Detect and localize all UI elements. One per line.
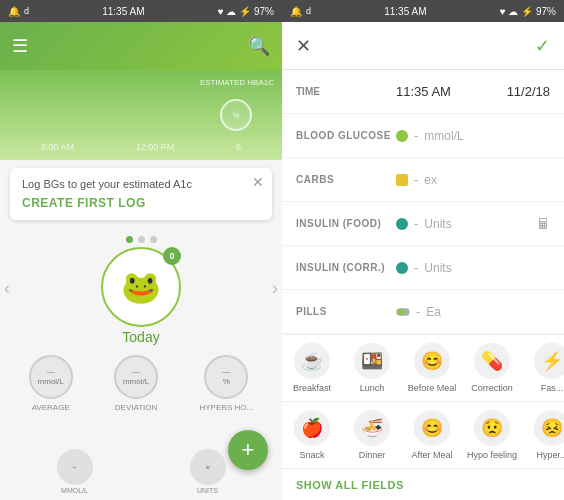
prev-arrow[interactable]: ‹ (4, 278, 10, 299)
stat-average: —mmol/L AVERAGE (29, 355, 73, 412)
before-meal-icon: 😊 (414, 343, 450, 379)
hypers-label: HYPERS HO... (199, 403, 253, 412)
calculator-icon[interactable]: 🖩 (536, 216, 550, 232)
left-time: 11:35 AM (102, 6, 144, 17)
qa-hypo[interactable]: 😟 Hypo feeling (462, 402, 522, 468)
breakfast-label: Breakfast (293, 383, 331, 393)
dinner-icon: 🍜 (354, 410, 390, 446)
signal-icon: ♥ ☁ ⚡ 97% (218, 6, 274, 17)
estimated-label: ESTIMATED HBA1C (200, 78, 274, 87)
insulin-corr-value: - Units (396, 260, 550, 275)
average-circle: —mmol/L (29, 355, 73, 399)
dots-indicator (0, 236, 282, 243)
bear-icon: 🐸 (121, 271, 161, 303)
dot-3 (150, 236, 157, 243)
correction-icon: 💊 (474, 343, 510, 379)
qa-fas[interactable]: ⚡ Fas... (522, 335, 564, 401)
bottom-mmol-circle: ÷ (57, 449, 93, 485)
right-status-left: 🔔 d (290, 6, 311, 17)
right-panel: 🔔 d 11:35 AM ♥ ☁ ⚡ 97% ✕ ✓ TIME 11:35 AM… (282, 0, 564, 500)
bear-avatar: 0 🐸 (101, 247, 181, 327)
notification-close-btn[interactable]: ✕ (252, 174, 264, 190)
qa-breakfast[interactable]: ☕ Breakfast (282, 335, 342, 401)
bottom-units-label: Units (197, 487, 218, 494)
bottom-mmol: ÷ mmol/L (57, 449, 93, 494)
create-first-log-btn[interactable]: CREATE FIRST LOG (22, 196, 260, 210)
hypo-label: Hypo feeling (467, 450, 517, 460)
carbs-label: CARBS (296, 174, 396, 185)
hyper-icon: 😣 (534, 410, 564, 446)
insulin-food-dot (396, 218, 408, 230)
next-arrow[interactable]: › (272, 278, 278, 299)
date-field-value[interactable]: 11/2/18 (507, 84, 550, 99)
breakfast-icon: ☕ (294, 343, 330, 379)
form-content: TIME 11:35 AM 11/2/18 BLOOD GLUCOSE - mm… (282, 70, 564, 500)
after-meal-icon: 😊 (414, 410, 450, 446)
lunch-icon: 🍱 (354, 343, 390, 379)
stat-deviation: —mmol/L DEVIATION (114, 355, 158, 412)
show-all-fields-btn[interactable]: SHOW ALL FIELDS (282, 469, 564, 500)
right-notif-icon: 🔔 (290, 6, 302, 17)
blood-glucose-dot (396, 130, 408, 142)
pills-row[interactable]: PILLS - Ea (282, 290, 564, 334)
deviation-value: —mmol/L (123, 367, 149, 386)
bottom-mmol-label: mmol/L (61, 487, 88, 494)
insulin-food-unit: Units (424, 217, 451, 231)
after-meal-label: After Meal (412, 450, 453, 460)
carbs-unit: ex (424, 173, 437, 187)
hamburger-icon[interactable]: ☰ (12, 35, 28, 57)
right-misc-icon: d (306, 6, 311, 16)
pills-dash: - (416, 304, 420, 319)
quick-actions-row1: ☕ Breakfast 🍱 Lunch 😊 Before Meal 💊 Corr… (282, 334, 564, 402)
time-label-3: 6 (236, 142, 241, 152)
stats-row: —mmol/L AVERAGE —mmol/L DEVIATION —% HYP… (0, 349, 282, 412)
dinner-label: Dinner (359, 450, 386, 460)
hyper-label: Hyper... (536, 450, 564, 460)
chart-time-labels: 6:00 AM 12:00 PM 6 (0, 142, 282, 152)
carbs-dot (396, 174, 408, 186)
insulin-food-row[interactable]: INSULIN (FOOD) - Units 🖩 (282, 202, 564, 246)
blood-glucose-row[interactable]: BLOOD GLUCOSE - mmol/L (282, 114, 564, 158)
qa-after-meal[interactable]: 😊 After Meal (402, 402, 462, 468)
right-status-right: ♥ ☁ ⚡ 97% (500, 6, 556, 17)
deviation-label: DEVIATION (115, 403, 158, 412)
left-panel: 🔔 d 11:35 AM ♥ ☁ ⚡ 97% ☰ 🔍 ESTIMATED HBA… (0, 0, 282, 500)
average-value: —mmol/L (38, 367, 64, 386)
bear-badge: 0 (163, 247, 181, 265)
snack-label: Snack (299, 450, 324, 460)
time-field-label: TIME (296, 86, 396, 97)
qa-before-meal[interactable]: 😊 Before Meal (402, 335, 462, 401)
pills-unit: Ea (426, 305, 441, 319)
right-signal-icon: ♥ ☁ ⚡ 97% (500, 6, 556, 17)
insulin-food-value: - Units 🖩 (396, 216, 550, 232)
insulin-corr-row[interactable]: INSULIN (CORR.) - Units (282, 246, 564, 290)
qa-lunch[interactable]: 🍱 Lunch (342, 335, 402, 401)
carbs-row[interactable]: CARBS - ex (282, 158, 564, 202)
hypers-circle: —% (204, 355, 248, 399)
blood-glucose-dash: - (414, 128, 418, 143)
bottom-units-circle: ≡ (190, 449, 226, 485)
bottom-units: ≡ Units (190, 449, 226, 494)
pill-icon (396, 308, 410, 316)
misc-icon: d (24, 6, 29, 16)
notification-icon: 🔔 (8, 6, 20, 17)
time-label-2: 12:00 PM (136, 142, 175, 152)
left-top-nav: ☰ 🔍 (0, 22, 282, 70)
qa-hyper[interactable]: 😣 Hyper... (522, 402, 564, 468)
hypers-value: —% (222, 367, 230, 386)
hba1c-badge: % (220, 99, 252, 131)
search-icon[interactable]: 🔍 (248, 35, 270, 57)
blood-glucose-unit: mmol/L (424, 129, 463, 143)
qa-correction[interactable]: 💊 Correction (462, 335, 522, 401)
time-field-value[interactable]: 11:35 AM (396, 84, 451, 99)
qa-dinner[interactable]: 🍜 Dinner (342, 402, 402, 468)
qa-snack[interactable]: 🍎 Snack (282, 402, 342, 468)
close-icon[interactable]: ✕ (296, 35, 311, 57)
confirm-icon[interactable]: ✓ (535, 35, 550, 57)
time-row[interactable]: TIME 11:35 AM 11/2/18 (282, 70, 564, 114)
right-status-bar: 🔔 d 11:35 AM ♥ ☁ ⚡ 97% (282, 0, 564, 22)
status-bar-left-icons: 🔔 d (8, 6, 29, 17)
time-label-1: 6:00 AM (41, 142, 74, 152)
insulin-corr-dot (396, 262, 408, 274)
bottom-row: ÷ mmol/L ≡ Units (0, 449, 282, 494)
